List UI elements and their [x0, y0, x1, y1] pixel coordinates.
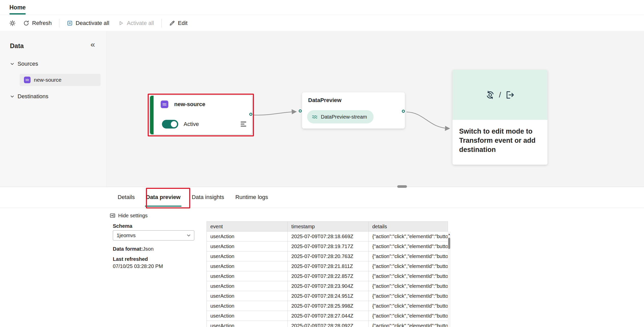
event-cell: userAction	[207, 241, 288, 251]
last-refreshed-label: Last refreshed	[113, 256, 148, 262]
stream-pill[interactable]: DataPreview-stream	[307, 110, 374, 123]
bottom-panel-tabs: Details Data preview Data insights Runti…	[112, 187, 274, 207]
tab-runtime-logs[interactable]: Runtime logs	[230, 187, 273, 207]
custom-endpoint-icon	[24, 77, 31, 83]
event-cell: userAction	[207, 301, 288, 311]
timestamp-cell: 2025-07-09T07:28:19.717Z	[288, 241, 369, 251]
event-cell: userAction	[207, 281, 288, 291]
event-cell: userAction	[207, 321, 288, 327]
schema-dropdown[interactable]: 1jeomvs	[113, 230, 194, 240]
details-cell: {"action":"click","elementId":"buttor	[369, 321, 448, 327]
deactivate-all-label: Deactivate all	[76, 20, 109, 26]
hide-panel-icon	[109, 212, 116, 219]
table-row: userAction2025-07-09T07:28:18.669Z{"acti…	[207, 232, 448, 241]
event-cell: userAction	[207, 311, 288, 321]
deactivate-icon	[67, 20, 73, 26]
sources-label: Sources	[18, 61, 38, 67]
event-cell: userAction	[207, 291, 288, 301]
add-destination-icon	[505, 90, 515, 100]
activate-all-button[interactable]: Activate all	[114, 17, 158, 29]
data-preview-node[interactable]: DataPreview DataPreview-stream	[302, 92, 405, 129]
tabs-divider	[0, 208, 644, 208]
data-format-value: Json	[143, 246, 154, 252]
tab-data-insights[interactable]: Data insights	[186, 187, 230, 207]
details-cell: {"action":"click","elementId":"buttor	[369, 241, 448, 251]
column-header-details: details	[369, 222, 448, 232]
node-menu-icon[interactable]	[241, 122, 246, 126]
input-port-preview[interactable]	[299, 109, 302, 112]
output-port-preview[interactable]	[402, 110, 405, 113]
toggle-knob	[171, 121, 177, 127]
table-row: userAction2025-07-09T07:28:24.951Z{"acti…	[207, 291, 448, 301]
destinations-label: Destinations	[18, 93, 48, 100]
play-icon	[118, 20, 124, 26]
refresh-label: Refresh	[32, 20, 52, 26]
timestamp-cell: 2025-07-09T07:28:22.857Z	[288, 271, 369, 281]
data-preview-table: eventtimestampdetails userAction2025-07-…	[207, 221, 451, 327]
collapse-panel-icon[interactable]: «	[90, 40, 95, 48]
destination-placeholder-header: /	[453, 70, 547, 120]
ribbon-toolbar: Refresh Deactivate all Activate all Edit	[0, 15, 644, 31]
timestamp-cell: 2025-07-09T07:28:25.998Z	[288, 301, 369, 311]
schema-dropdown-value: 1jeomvs	[117, 233, 135, 238]
activate-all-label: Activate all	[127, 20, 154, 26]
details-cell: {"action":"click","elementId":"buttor	[369, 301, 448, 311]
chevron-down-icon	[10, 94, 15, 99]
destination-placeholder-card[interactable]: / Switch to edit mode to Transform event…	[453, 70, 547, 165]
tab-data-preview[interactable]: Data preview	[140, 187, 186, 207]
sidebar-item-destinations[interactable]: Destinations	[10, 93, 48, 100]
deactivate-all-button[interactable]: Deactivate all	[62, 17, 114, 29]
schema-label: Schema	[113, 223, 132, 229]
column-header-timestamp: timestamp	[288, 222, 369, 232]
timestamp-cell: 2025-07-09T07:28:24.951Z	[288, 291, 369, 301]
data-format-row: Data format:Json	[113, 246, 154, 252]
tab-details[interactable]: Details	[112, 187, 140, 207]
details-cell: {"action":"click","elementId":"buttor	[369, 232, 448, 241]
hide-settings-button[interactable]: Hide settings	[109, 212, 148, 219]
refresh-button[interactable]: Refresh	[19, 17, 56, 29]
table-row: userAction2025-07-09T07:28:21.811Z{"acti…	[207, 261, 448, 271]
bottom-panel: Details Data preview Data insights Runti…	[0, 187, 644, 327]
destination-placeholder-message: Switch to edit mode to Transform event o…	[453, 120, 547, 154]
settings-button[interactable]	[6, 17, 19, 29]
gear-icon	[9, 20, 16, 26]
event-cell: userAction	[207, 251, 288, 261]
stream-pill-label: DataPreview-stream	[321, 114, 367, 120]
tab-home[interactable]: Home	[9, 0, 26, 15]
panel-resize-handle[interactable]	[397, 185, 407, 188]
event-cell: userAction	[207, 271, 288, 281]
edit-button[interactable]: Edit	[165, 17, 192, 29]
scrollbar-thumb[interactable]	[448, 238, 450, 249]
table-row: userAction2025-07-09T07:28:27.044Z{"acti…	[207, 311, 448, 321]
timestamp-cell: 2025-07-09T07:28:28.092Z	[288, 321, 369, 327]
details-cell: {"action":"click","elementId":"buttor	[369, 311, 448, 321]
scroll-up-icon[interactable]: ▲	[448, 233, 451, 236]
chevron-down-icon	[186, 233, 191, 238]
timestamp-cell: 2025-07-09T07:28:20.763Z	[288, 251, 369, 261]
table-scrollbar[interactable]: ▲	[448, 232, 451, 327]
chevron-down-icon	[10, 62, 15, 66]
eventstream-canvas[interactable]: new-source Active DataPreview DataPrevie…	[107, 32, 644, 187]
refresh-icon	[23, 20, 29, 26]
data-preview-node-title: DataPreview	[308, 97, 341, 104]
active-toggle[interactable]	[162, 120, 178, 129]
source-node-status-bar	[150, 96, 154, 134]
sidebar-item-sources[interactable]: Sources	[10, 61, 38, 67]
output-port-source[interactable]	[249, 113, 252, 116]
active-toggle-label: Active	[184, 121, 199, 127]
table-row: userAction2025-07-09T07:28:23.904Z{"acti…	[207, 281, 448, 291]
sidebar-title: Data	[10, 42, 24, 50]
pencil-icon	[169, 20, 175, 26]
sidebar-item-new-source[interactable]: new-source	[20, 74, 101, 86]
table-row: userAction2025-07-09T07:28:19.717Z{"acti…	[207, 241, 448, 251]
details-cell: {"action":"click","elementId":"buttor	[369, 291, 448, 301]
icons-separator: /	[499, 91, 501, 99]
source-node[interactable]: new-source Active	[150, 96, 252, 134]
titlebar: Home	[0, 0, 644, 15]
table-row: userAction2025-07-09T07:28:28.092Z{"acti…	[207, 321, 448, 327]
timestamp-cell: 2025-07-09T07:28:18.669Z	[288, 232, 369, 241]
event-cell: userAction	[207, 232, 288, 241]
timestamp-cell: 2025-07-09T07:28:21.811Z	[288, 261, 369, 271]
stream-icon	[312, 114, 318, 120]
last-refreshed-value: 07/10/25 03:28:20 PM	[113, 263, 163, 269]
